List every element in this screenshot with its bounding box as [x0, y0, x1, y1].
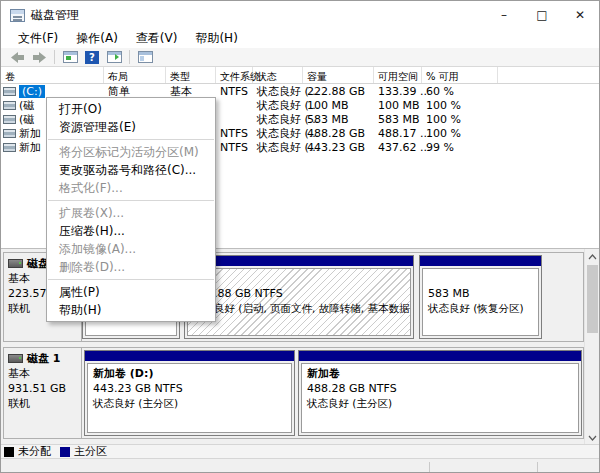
free-space-cell: 133.39 ... — [374, 85, 422, 98]
disk-management-window: 磁盘管理 – □ ✕ 文件(F) 操作(A) 查看(V) 帮助(H) ? — [0, 0, 600, 473]
menu-item-open[interactable]: 打开(O) — [47, 100, 215, 118]
capacity-cell: 222.88 GB — [303, 85, 374, 98]
primary-partition-swatch — [60, 447, 70, 457]
partition-color-band — [299, 351, 581, 361]
disk-management-app-icon — [10, 9, 25, 22]
column-header-capacity[interactable]: 容量 — [303, 67, 374, 83]
partition-color-band — [185, 256, 413, 266]
menu-item-explorer[interactable]: 资源管理器(E) — [47, 118, 215, 136]
filesystem-cell: NTFS — [216, 85, 253, 98]
column-header-filesystem[interactable]: 文件系统 — [216, 67, 253, 83]
menu-file[interactable]: 文件(F) — [9, 28, 67, 49]
help-icon: ? — [85, 51, 99, 64]
capacity-cell: 100 MB — [303, 99, 374, 112]
statusbar-divider — [537, 462, 538, 472]
partition-d-new-volume[interactable]: 新加卷 (D:) 443.23 GB NTFS 状态良好 (主分区) — [84, 350, 295, 436]
table-row-volume-c[interactable]: (C:) 简单 基本 NTFS 状态良好 (... 222.88 GB 133.… — [1, 84, 599, 98]
status-cell: 状态良好 (... — [253, 98, 303, 113]
vertical-scrollbar[interactable] — [584, 249, 599, 445]
menu-item-extend-volume: 扩展卷(X)... — [47, 204, 215, 222]
status-cell: 状态良好 (... — [253, 140, 303, 155]
menu-help[interactable]: 帮助(H) — [186, 28, 246, 49]
action-pane-icon — [107, 51, 122, 63]
percent-free-cell: 100 % — [422, 127, 498, 140]
legend-primary-partition: 主分区 — [60, 444, 107, 459]
disk-size: 931.51 GB — [8, 381, 81, 396]
disk-type: 基本 — [8, 366, 81, 381]
volume-icon — [3, 129, 16, 138]
console-tree-icon — [63, 51, 78, 63]
toolbar-separator — [129, 50, 130, 64]
column-header-layout[interactable]: 布局 — [104, 67, 166, 83]
partition-c-selected[interactable]: (C:) 222.88 GB NTFS 状态良好 (启动, 页面文件, 故障转储… — [184, 255, 414, 339]
column-header-blank — [498, 67, 599, 83]
free-space-cell: 583 MB — [374, 113, 422, 126]
percent-free-cell: 60 % — [422, 85, 498, 98]
help-button[interactable]: ? — [81, 49, 103, 66]
volume-table-header: 卷 布局 类型 文件系统 状态 容量 可用空间 % 可用 — [1, 67, 599, 84]
scrollbar-thumb[interactable] — [587, 265, 598, 333]
volume-icon — [3, 143, 16, 152]
menu-bar: 文件(F) 操作(A) 查看(V) 帮助(H) — [1, 29, 599, 48]
filesystem-cell: NTFS — [216, 127, 253, 140]
maximize-button[interactable]: □ — [523, 1, 561, 29]
volume-icon — [3, 115, 16, 124]
menu-separator — [48, 200, 214, 201]
column-header-volume[interactable]: 卷 — [1, 67, 104, 83]
forward-button[interactable] — [28, 49, 50, 66]
back-button[interactable] — [6, 49, 28, 66]
menu-item-shrink-volume[interactable]: 压缩卷(H)... — [47, 222, 215, 240]
menu-item-properties[interactable]: 属性(P) — [47, 283, 215, 301]
disk-1-label[interactable]: 磁盘 1 基本 931.51 GB 联机 — [4, 348, 82, 438]
menu-item-format: 格式化(F)... — [47, 179, 215, 197]
menu-view[interactable]: 查看(V) — [127, 28, 187, 49]
show-action-pane-button[interactable] — [103, 49, 125, 66]
volume-icon — [3, 87, 16, 96]
status-cell: 状态良好 (... — [253, 126, 303, 141]
column-header-status[interactable]: 状态 — [253, 67, 303, 83]
disk-icon — [8, 354, 23, 363]
capacity-cell: 583 MB — [303, 113, 374, 126]
menu-separator — [48, 279, 214, 280]
capacity-cell: 488.28 GB — [303, 127, 374, 140]
menu-item-add-mirror: 添加镜像(A)... — [47, 240, 215, 258]
partition-color-band — [85, 351, 294, 361]
forward-icon — [32, 51, 47, 64]
menu-action[interactable]: 操作(A) — [67, 28, 127, 49]
free-space-cell: 437.62 ... — [374, 141, 422, 154]
percent-free-cell: 100 % — [422, 113, 498, 126]
free-space-cell: 488.17 ... — [374, 127, 422, 140]
properties-pane-button[interactable] — [134, 49, 156, 66]
scroll-down-icon[interactable] — [585, 430, 600, 445]
menu-separator — [48, 139, 214, 140]
column-header-percent-free[interactable]: % 可用 — [422, 67, 498, 83]
show-console-tree-button[interactable] — [59, 49, 81, 66]
volume-context-menu: 打开(O) 资源管理器(E) 将分区标记为活动分区(M) 更改驱动器号和路径(C… — [46, 97, 216, 322]
menu-item-change-drive-letter[interactable]: 更改驱动器号和路径(C)... — [47, 161, 215, 179]
percent-free-cell: 99 % — [422, 141, 498, 154]
back-icon — [10, 51, 25, 64]
toolbar: ? — [1, 48, 599, 67]
close-button[interactable]: ✕ — [561, 1, 599, 29]
status-cell: 状态良好 (... — [253, 112, 303, 127]
status-bar — [1, 458, 599, 473]
title-bar: 磁盘管理 – □ ✕ — [1, 1, 599, 29]
statusbar-divider — [429, 462, 430, 472]
disk-status: 联机 — [8, 396, 81, 411]
column-header-free-space[interactable]: 可用空间 — [374, 67, 422, 83]
partition-recovery[interactable]: 583 MB 状态良好 (恢复分区) — [419, 255, 542, 339]
status-cell: 状态良好 (... — [253, 84, 303, 99]
volume-cell: (C:) — [1, 85, 104, 98]
percent-free-cell: 100 % — [422, 99, 498, 112]
minimize-button[interactable]: – — [485, 1, 523, 29]
menu-item-help[interactable]: 帮助(H) — [47, 301, 215, 319]
unallocated-swatch — [4, 447, 14, 457]
column-header-type[interactable]: 类型 — [166, 67, 216, 83]
free-space-cell: 100 MB — [374, 99, 422, 112]
disk-1-row: 磁盘 1 基本 931.51 GB 联机 新加卷 (D:) 443.23 GB … — [3, 347, 584, 439]
toolbar-separator — [54, 50, 55, 64]
partition-new-volume[interactable]: 新加卷 488.28 GB NTFS 状态良好 (主分区) — [298, 350, 582, 436]
selected-volume-label: (C:) — [19, 85, 45, 98]
scroll-up-icon[interactable] — [585, 249, 600, 264]
capacity-cell: 443.23 GB — [303, 141, 374, 154]
